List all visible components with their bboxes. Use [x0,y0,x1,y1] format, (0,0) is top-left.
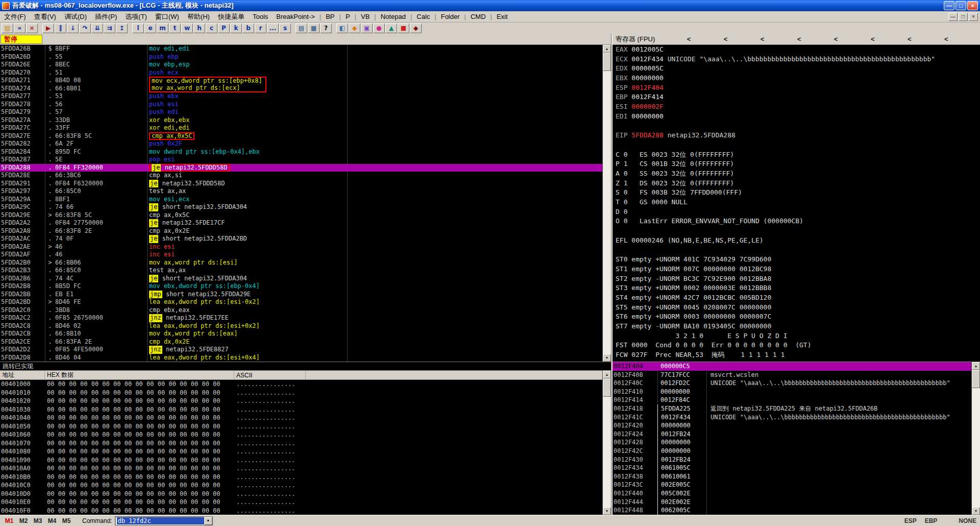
fpu-st4[interactable]: ST4 empty +UNORM 42C7 0012BCBC 005BD120 [616,293,980,303]
dump-row[interactable]: 0040109000 00 00 00 00 00 00 00 00 00 00… [0,456,602,465]
command-input[interactable]: db 12fd2c ▼ [115,516,213,525]
run-button[interactable]: ▶ [42,23,54,33]
scroll-down-button[interactable]: ▼ [603,507,611,515]
dump-row[interactable]: 0040101000 00 00 00 00 00 00 00 00 00 00… [0,389,602,397]
scrollbar-track[interactable] [603,53,611,354]
disasm-row[interactable]: 5FDDA2C8.8D46 02lea eax,dword ptr ds:[es… [0,322,602,330]
run-trace-button[interactable]: ... [267,23,279,33]
dump-row[interactable]: 004010E000 00 00 00 00 00 00 00 00 00 00… [0,498,602,507]
disasm-row[interactable]: 5FDDA2BB.EB E1jmp short netapi32.5FDDA29… [0,291,602,299]
dump-scrollbar[interactable]: ▲ ▼ [602,371,611,515]
quick-button-p[interactable]: P [341,12,354,21]
pane-chevron-icon[interactable]: < [796,35,802,43]
command-dropdown-button[interactable]: ▼ [204,517,212,525]
disasm-row[interactable]: 5FDDA2B0>66:8B06mov ax,word ptr ds:[esi] [0,259,602,267]
dump-row[interactable]: 0040102000 00 00 00 00 00 00 00 00 00 00… [0,397,602,405]
dump-row[interactable]: 0040105000 00 00 00 00 00 00 00 00 00 00… [0,422,602,431]
menu-item-tools-menu[interactable]: Tools [249,12,272,21]
trace-into-button[interactable]: ⇊ [91,23,103,33]
quick-button-exit[interactable]: Exit [493,12,512,21]
stack-row[interactable]: 0012F4140012F84C [612,396,971,404]
step-over-button[interactable]: ↷ [79,23,91,33]
disasm-row[interactable]: 5FDDA270.51push ecx [0,69,602,77]
pane-chevron-icon[interactable]: < [723,35,729,43]
handles-window-button[interactable]: h [193,23,205,33]
scroll-down-button[interactable]: ▼ [972,507,980,515]
disasm-row[interactable]: 5FDDA26D.55push ebp [0,53,602,61]
cpu-window-button[interactable]: c [206,23,217,33]
plugin-button-6[interactable]: ■ [398,23,409,33]
disasm-row[interactable]: 5FDDA2C0.3BD8cmp ebx,eax [0,306,602,315]
flag-line[interactable]: O 0 LastErr ERROR_ENVVAR_NOT_FOUND (0000… [616,217,980,226]
dump-row[interactable]: 004010A000 00 00 00 00 00 00 00 00 00 00… [0,464,602,473]
disasm-row[interactable]: 5FDDA2C2.0F85 26750000jnz netapi32.5FDE1… [0,314,602,322]
stack-row[interactable]: 0012F42C00000000 [612,447,971,456]
pane-chevron-icon[interactable]: < [686,35,692,43]
efl-line[interactable]: EFL 00000246 (NO,NB,E,BE,NS,PE,GE,LE) [616,236,980,246]
disasm-row[interactable]: 5FDDA27A.33DBxor ebx,ebx [0,116,602,125]
menu-item-options[interactable]: 选项(T) [121,11,151,22]
stack-row[interactable]: 0012F4240012FB24 [612,430,971,439]
scrollbar-thumb[interactable] [603,378,611,397]
dump-header-ascii[interactable]: ASCII [234,371,306,379]
fcw-line[interactable]: FCW 027F Prec NEAR,53 掩码 1 1 1 1 1 1 [616,350,980,360]
plugin-button-4[interactable]: ● [373,23,385,33]
scroll-down-button[interactable]: ▼ [603,354,611,362]
trace-over-button[interactable]: ⇉ [104,23,115,33]
scrollbar-thumb[interactable] [603,53,611,71]
log-window-button[interactable]: l [132,23,144,33]
disasm-row[interactable]: 5FDDA2B6.74 4Cje short netapi32.5FDDA304 [0,275,602,283]
registers-pane[interactable]: EAX 0012005CECX 0012F434 UNICODE "\aaa\.… [612,45,980,362]
disassembly-scrollbar[interactable]: ▲ ▼ [602,45,611,362]
fst-line[interactable]: FST 0000 Cond 0 0 0 0 Err 0 0 0 0 0 0 0 … [616,341,980,350]
scrollbar-track[interactable] [603,378,611,507]
scroll-up-button[interactable]: ▲ [603,45,611,53]
threads-window-button[interactable]: t [169,23,181,33]
disasm-row[interactable]: 5FDDA2A8.66:83F8 2Ecmp ax,0x2E [0,227,602,235]
dump-row[interactable]: 004010D000 00 00 00 00 00 00 00 00 00 00… [0,490,602,498]
call-stack-button[interactable]: k [230,23,242,33]
plugin-button-2[interactable]: ◆ [349,23,360,33]
flag-line[interactable]: D 0 [616,207,980,217]
disasm-row[interactable]: 5FDDA284.895D FCmov dword ptr ss:[ebp-0x… [0,148,602,156]
register-esi[interactable]: ESI 0000002F [616,102,980,112]
flag-line[interactable]: P 1 CS 001B 32位 0(FFFFFFFF) [616,159,980,169]
registers-title-bar[interactable]: 寄存器 (FPU) <<<<<<<< [612,34,980,45]
tab-m4[interactable]: M4 [45,516,59,525]
disasm-row[interactable]: 5FDDA28E.66:3BC6cmp ax,si [0,172,602,180]
source-window-button[interactable]: s [279,23,291,33]
pane-chevron-icon[interactable]: < [833,35,839,43]
disasm-row[interactable]: 5FDDA282.6A 2Fpush 0x2F [0,140,602,148]
pane-chevron-icon[interactable]: < [870,35,876,43]
flag-line[interactable]: C 0 ES 0023 32位 0(FFFFFFFF) [616,150,980,160]
fpu-st5[interactable]: ST5 empty +UNORM 0045 0208007C 00000000 [616,303,980,313]
maximize-button[interactable]: □ [955,1,966,10]
quick-button-bp[interactable]: BP [322,12,338,21]
disasm-row[interactable]: 5FDDA2AE>46inc esi [0,243,602,251]
register-eax[interactable]: EAX 0012005C [616,45,980,55]
disasm-row[interactable]: 5FDDA2B8.8B5D FCmov ebx,dword ptr ss:[eb… [0,282,602,291]
disasm-row[interactable]: 5FDDA2CE.66:83FA 2Ecmp dx,0x2E [0,338,602,346]
disasm-row[interactable]: 5FDDA2AF.46inc esi [0,251,602,259]
stack-row[interactable]: 0012F42000000000 [612,421,971,430]
plugin-button-7[interactable]: ◆ [410,23,422,33]
scroll-up-button[interactable]: ▲ [603,371,611,378]
disasm-row[interactable]: 5FDDA27E.66:83F8 5Ccmp ax,0x5C [0,132,602,140]
disasm-row[interactable]: 5FDDA274.66:8B01mov ax,word ptr ds:[ecx] [0,85,602,93]
pane-chevron-icon[interactable]: < [943,35,949,43]
stack-row[interactable]: 0012F40877C17FCCmsvcrt.wcslen [612,371,971,379]
disasm-row[interactable]: 5FDDA2A2.0F84 27750000je netapi32.5FDE17… [0,219,602,227]
menu-item-file[interactable]: 文件(F) [0,11,30,22]
close-process-button[interactable]: × [26,23,38,33]
disasm-row[interactable]: 5FDDA29C.74 66je short netapi32.5FDDA304 [0,203,602,211]
quick-button-vb[interactable]: VB [357,12,374,21]
disasm-row[interactable]: 5FDDA26B$8BFFmov edi,edi [0,45,602,53]
stack-row[interactable]: 0012F404000000C5 [612,362,971,371]
quick-button-notepad[interactable]: Notepad [377,12,410,21]
plugin-button-1[interactable]: ◧ [336,23,348,33]
disasm-row[interactable]: 5FDDA2B3.66:85C0test ax,ax [0,267,602,275]
menu-item-breakpoint-menu[interactable]: BreakPoint-> [272,12,319,21]
stack-row[interactable]: 0012F440005C002E [612,489,971,498]
scrollbar-thumb[interactable] [972,370,980,388]
disasm-row[interactable]: 5FDDA2BD>8D46 FElea eax,dword ptr ds:[es… [0,298,602,306]
